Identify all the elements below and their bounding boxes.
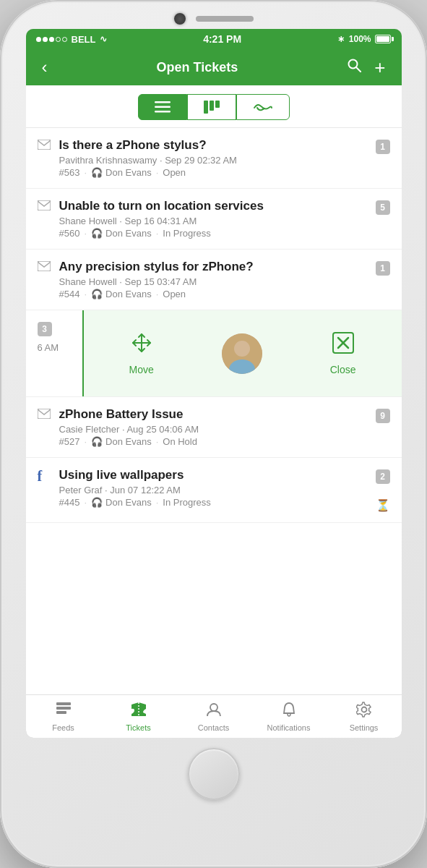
- nav-right-actions: +: [342, 54, 389, 82]
- filter-tab-handshake[interactable]: [236, 94, 290, 120]
- signal-strength: [36, 37, 67, 42]
- battery-body: [375, 35, 391, 43]
- ticket-content: Unable to turn on location services Shan…: [59, 199, 368, 239]
- ticket-content: zPhone Battery Issue Casie Fletcher · Au…: [59, 407, 368, 447]
- contacts-label: Contacts: [198, 723, 229, 732]
- filter-tab-kanban[interactable]: [187, 94, 236, 120]
- email-icon: [38, 261, 51, 271]
- envelope-icon: [38, 261, 52, 274]
- swipe-badge: 3: [38, 322, 52, 336]
- headset-icon: 🎧: [91, 436, 103, 447]
- ticket-item[interactable]: Is there a zPhone stylus? Pavithra Krish…: [26, 128, 402, 189]
- avatar-action[interactable]: [222, 333, 262, 374]
- svg-rect-20: [56, 702, 71, 705]
- close-icon: [332, 331, 355, 359]
- bluetooth-icon: ∗: [337, 34, 345, 44]
- agent-name: Don Evans: [105, 228, 152, 239]
- ticket-badge: 1: [376, 140, 390, 154]
- signal-dot-4: [56, 37, 61, 42]
- move-action[interactable]: Move: [129, 331, 153, 375]
- status-time: 4:21 PM: [203, 33, 241, 45]
- tickets-icon: [130, 702, 147, 722]
- settings-label: Settings: [350, 723, 379, 732]
- nav-item-settings[interactable]: Settings: [327, 695, 402, 738]
- handshake-icon: [253, 101, 273, 114]
- ticket-details: #544 · 🎧 Don Evans · Open: [59, 289, 368, 299]
- back-button[interactable]: ‹: [38, 54, 52, 80]
- facebook-icon: f: [38, 468, 52, 485]
- nav-bar: ‹ Open Tickets +: [26, 49, 402, 85]
- swipe-row[interactable]: 3 6 AM: [26, 310, 402, 397]
- earpiece: [196, 16, 254, 22]
- agent-name: Don Evans: [105, 436, 152, 447]
- feeds-svg: [56, 702, 72, 718]
- ticket-content: Any precision stylus for zPhone? Shane H…: [59, 260, 368, 299]
- avatar-svg: [222, 333, 262, 374]
- ticket-item[interactable]: zPhone Battery Issue Casie Fletcher · Au…: [26, 397, 402, 458]
- agent-name: Don Evans: [105, 167, 152, 178]
- screen: BELL ∿ 4:21 PM ∗ 100% ‹ Open Tickets: [26, 29, 402, 738]
- svg-rect-9: [38, 200, 51, 210]
- headset-icon: 🎧: [91, 167, 103, 178]
- phone-frame: BELL ∿ 4:21 PM ∗ 100% ‹ Open Tickets: [0, 0, 427, 868]
- ticket-content: Is there a zPhone stylus? Pavithra Krish…: [59, 138, 368, 178]
- ticket-submitter: Casie Fletcher · Aug 25 04:06 AM: [59, 424, 368, 435]
- phone-bottom: [188, 748, 240, 800]
- filter-tab-bar: [26, 85, 402, 128]
- move-label: Move: [129, 364, 153, 375]
- nav-item-contacts[interactable]: Contacts: [176, 695, 251, 738]
- contacts-icon: [206, 702, 222, 722]
- svg-rect-8: [38, 140, 51, 150]
- ticket-num: #560: [59, 228, 80, 239]
- signal-dot-5: [62, 37, 67, 42]
- close-action[interactable]: Close: [330, 331, 356, 375]
- swipe-time: 6 AM: [38, 342, 59, 353]
- ticket-num: #527: [59, 436, 80, 447]
- ticket-badge: 9: [376, 409, 390, 423]
- ticket-item[interactable]: Unable to turn on location services Shan…: [26, 189, 402, 250]
- status-right: ∗ 100%: [337, 34, 392, 44]
- notifications-icon: [282, 702, 296, 722]
- signal-dot-3: [49, 37, 54, 42]
- ticket-item[interactable]: Any precision stylus for zPhone? Shane H…: [26, 250, 402, 310]
- ticket-title: Using live wallpapers: [59, 468, 368, 482]
- phone-top: [0, 0, 427, 29]
- search-button[interactable]: [342, 55, 366, 80]
- ticket-num: #544: [59, 289, 80, 299]
- ticket-num: #445: [59, 497, 80, 508]
- email-icon: [38, 140, 51, 150]
- notifications-label: Notifications: [267, 723, 311, 732]
- ticket-submitter: Shane Howell · Sep 16 04:31 AM: [59, 216, 368, 226]
- ticket-badge: 5: [376, 200, 390, 215]
- nav-item-feeds[interactable]: Feeds: [26, 695, 101, 738]
- feeds-icon: [56, 702, 72, 722]
- nav-title: Open Tickets: [157, 60, 238, 75]
- agent-name: Don Evans: [105, 289, 152, 299]
- svg-rect-4: [155, 111, 171, 113]
- ticket-badge: 1: [376, 261, 390, 276]
- ticket-details: #563 · 🎧 Don Evans · Open: [59, 167, 368, 178]
- ticket-title: Is there a zPhone stylus?: [59, 138, 368, 153]
- svg-point-14: [234, 341, 250, 357]
- settings-icon: [356, 702, 372, 722]
- svg-point-25: [361, 707, 366, 712]
- ticket-item[interactable]: f Using live wallpapers Peter Graf · Jun…: [26, 458, 402, 523]
- feeds-label: Feeds: [52, 723, 74, 732]
- filter-tab-list[interactable]: [138, 94, 187, 120]
- envelope-icon: [38, 409, 52, 422]
- add-ticket-button[interactable]: +: [370, 54, 389, 82]
- tickets-label: Tickets: [126, 723, 150, 732]
- ticket-status: Open: [163, 167, 186, 178]
- ticket-status: On Hold: [163, 436, 197, 447]
- svg-rect-21: [56, 707, 71, 710]
- nav-item-notifications[interactable]: Notifications: [251, 695, 327, 738]
- ticket-details: #560 · 🎧 Don Evans · In Progress: [59, 228, 368, 239]
- envelope-icon: [38, 140, 52, 153]
- ticket-submitter: Shane Howell · Sep 15 03:47 AM: [59, 276, 368, 287]
- ticket-badge: 2: [376, 469, 390, 484]
- home-button[interactable]: [188, 748, 240, 800]
- ticket-status: In Progress: [163, 228, 210, 239]
- svg-point-24: [210, 704, 217, 711]
- nav-item-tickets[interactable]: Tickets: [101, 695, 176, 738]
- hourglass-icon: ⏳: [376, 498, 390, 512]
